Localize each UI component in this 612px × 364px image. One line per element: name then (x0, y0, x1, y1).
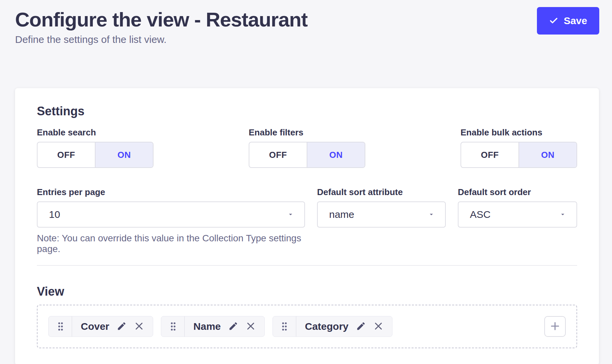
field-chip-name[interactable]: Name (161, 316, 265, 337)
drag-handle-icon[interactable] (161, 316, 185, 337)
toggle-off-button[interactable]: OFF (249, 142, 307, 167)
toggle-on-button[interactable]: ON (95, 142, 153, 167)
select-value: 10 (49, 209, 287, 220)
pencil-icon (356, 321, 366, 332)
close-icon (246, 321, 256, 332)
toggle-enable-filters: OFF ON (249, 142, 365, 168)
chip-body: Name (185, 316, 264, 337)
toggles-row: Enable search OFF ON Enable filters OFF … (37, 128, 577, 168)
check-icon (549, 16, 558, 25)
chip-label: Cover (81, 321, 109, 332)
caret-down-icon (559, 211, 566, 218)
plus-icon (549, 320, 561, 333)
default-sort-attribute-group: Default sort attribute name (317, 187, 446, 254)
select-label: Default sort order (458, 187, 577, 197)
select-label: Entries per page (37, 187, 305, 197)
edit-field-button[interactable] (117, 321, 127, 332)
default-sort-order-select[interactable]: ASC (458, 201, 577, 228)
chip-label: Category (305, 321, 349, 332)
close-icon (373, 321, 383, 332)
selects-row: Entries per page 10 Note: You can overri… (37, 187, 577, 254)
default-sort-attribute-select[interactable]: name (317, 201, 446, 228)
select-value: ASC (470, 209, 559, 220)
pencil-icon (117, 321, 127, 332)
select-value: name (329, 209, 428, 220)
toggle-on-button[interactable]: ON (518, 142, 576, 167)
save-button[interactable]: Save (537, 7, 599, 35)
field-dropzone: Cover (37, 305, 577, 348)
entries-per-page-select[interactable]: 10 (37, 201, 305, 228)
remove-field-button[interactable] (373, 321, 383, 332)
save-button-label: Save (564, 15, 587, 26)
toggle-off-button[interactable]: OFF (38, 142, 95, 167)
chip-body: Category (296, 316, 392, 337)
toggle-label: Enable bulk actions (461, 128, 577, 137)
entries-per-page-group: Entries per page 10 Note: You can overri… (37, 187, 305, 254)
section-divider (37, 265, 577, 266)
close-icon (134, 321, 144, 332)
toggle-on-button[interactable]: ON (307, 142, 365, 167)
field-chip-cover[interactable]: Cover (48, 316, 153, 337)
toggle-group-enable-filters: Enable filters OFF ON (249, 128, 365, 168)
settings-card: Settings Enable search OFF ON Enable fil… (15, 88, 599, 364)
toggle-off-button[interactable]: OFF (461, 142, 518, 167)
remove-field-button[interactable] (246, 321, 256, 332)
drag-handle-icon[interactable] (49, 316, 72, 337)
add-field-button[interactable] (544, 316, 566, 337)
default-sort-order-group: Default sort order ASC (458, 187, 577, 254)
page-header: Configure the view - Restaurant Define t… (0, 0, 612, 46)
page-subtitle: Define the settings of the list view. (15, 34, 599, 46)
toggle-enable-bulk-actions: OFF ON (461, 142, 577, 168)
edit-field-button[interactable] (356, 321, 366, 332)
field-chip-category[interactable]: Category (272, 316, 392, 337)
chip-label: Name (193, 321, 221, 332)
view-section: View Cover (37, 285, 577, 348)
drag-handle-icon[interactable] (273, 316, 296, 337)
view-section-heading: View (37, 285, 577, 299)
toggle-label: Enable search (37, 128, 154, 137)
chip-body: Cover (72, 316, 153, 337)
toggle-group-enable-search: Enable search OFF ON (37, 128, 154, 168)
toggle-enable-search: OFF ON (37, 142, 154, 168)
entries-per-page-note: Note: You can override this value in the… (37, 233, 305, 254)
settings-section-heading: Settings (37, 104, 577, 118)
toggle-group-enable-bulk-actions: Enable bulk actions OFF ON (461, 128, 577, 168)
edit-field-button[interactable] (228, 321, 238, 332)
page-title: Configure the view - Restaurant (15, 9, 599, 31)
pencil-icon (228, 321, 238, 332)
toggle-label: Enable filters (249, 128, 365, 137)
caret-down-icon (287, 211, 294, 218)
remove-field-button[interactable] (134, 321, 144, 332)
caret-down-icon (428, 211, 435, 218)
select-label: Default sort attribute (317, 187, 446, 197)
